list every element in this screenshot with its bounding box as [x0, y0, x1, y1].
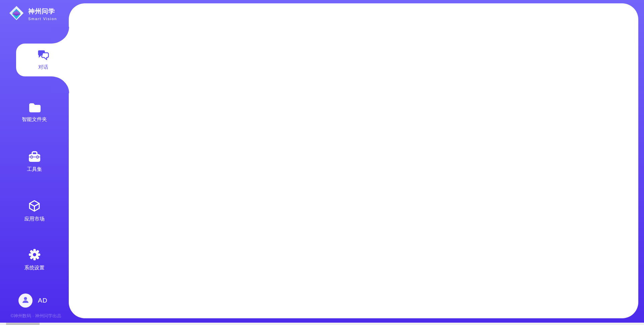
sidebar-item-label: 工具集	[27, 166, 42, 173]
sidebar-item-apps[interactable]: 应用市场	[0, 200, 69, 222]
sidebar-item-chat[interactable]: 对话	[16, 44, 70, 76]
app-root: 神州问学 Smart Vision 对话	[0, 0, 644, 325]
horizontal-scrollbar[interactable]	[0, 323, 644, 325]
sidebar-item-label: 系统设置	[24, 265, 45, 271]
sidebar: 神州问学 Smart Vision 对话	[0, 0, 69, 325]
folder-icon	[29, 103, 41, 114]
brand-subtitle: Smart Vision	[28, 17, 57, 21]
sidebar-item-tools[interactable]: 工具集	[0, 151, 69, 173]
gear-icon	[28, 248, 41, 262]
sidebar-item-label: 应用市场	[24, 216, 45, 222]
user-name: AD	[38, 297, 47, 304]
sidebar-item-folders[interactable]: 智能文件夹	[0, 103, 69, 123]
copyright-text: ©神州数码 · 神州问学出品	[4, 313, 68, 319]
sidebar-item-label: 智能文件夹	[22, 116, 47, 123]
person-avatar-icon	[21, 296, 30, 306]
briefcase-icon	[28, 151, 41, 164]
sidebar-item-settings[interactable]: 系统设置	[0, 248, 69, 271]
user-profile[interactable]: AD	[18, 294, 47, 308]
avatar	[18, 294, 33, 308]
scrollbar-thumb[interactable]	[6, 323, 40, 325]
diamond-logo-icon	[9, 5, 24, 22]
sidebar-item-label: 对话	[38, 64, 48, 70]
brand-title: 神州问学	[28, 7, 57, 16]
cube-icon	[28, 200, 41, 213]
brand-logo: 神州问学 Smart Vision	[9, 5, 57, 22]
main-content-panel	[69, 3, 638, 318]
chat-bubbles-icon	[37, 50, 50, 62]
